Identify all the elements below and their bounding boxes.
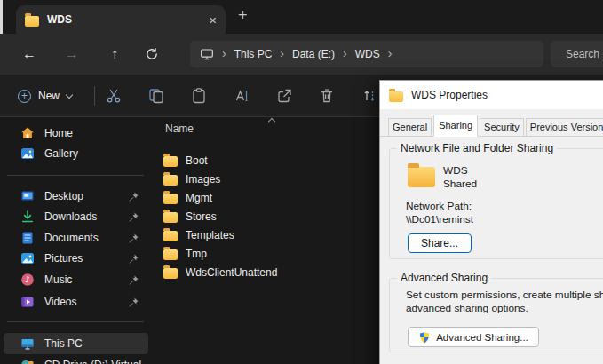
breadcrumb-this-pc[interactable]: This PC: [234, 48, 273, 60]
dialog-title: WDS Properties: [411, 89, 488, 101]
up-button[interactable]: ↑: [102, 46, 127, 62]
home-icon: [20, 126, 35, 140]
breadcrumb-wds[interactable]: WDS: [355, 48, 380, 60]
file-name: Stores: [186, 210, 217, 223]
sort-ascending-icon[interactable]: [268, 118, 275, 125]
sidebar-item-videos[interactable]: Videos: [4, 291, 148, 313]
chevron-right-icon: ›: [343, 47, 347, 61]
pin-icon: [128, 253, 139, 265]
sidebar-item-pictures[interactable]: Pictures: [4, 248, 148, 269]
breadcrumb-data-e[interactable]: Data (E:): [292, 48, 335, 60]
sidebar-item-music[interactable]: ♪ Music: [4, 269, 148, 290]
file-row-templates[interactable]: Templates: [163, 226, 234, 244]
sidebar-item-gallery[interactable]: Gallery: [4, 143, 148, 164]
gallery-icon: [20, 146, 35, 161]
sidebar-item-downloads[interactable]: Downloads: [4, 206, 148, 227]
advanced-sharing-button[interactable]: Advanced Sharing...: [408, 327, 539, 347]
file-name: Mgmt: [186, 192, 212, 204]
file-name: Tmp: [186, 248, 207, 260]
sidebar-item-cd-drive[interactable]: CD Drive (D:) Virtual: [4, 354, 148, 364]
refresh-button[interactable]: [145, 47, 170, 61]
tab-previous-versions[interactable]: Previous Versions: [526, 118, 603, 136]
sidebar-label: Gallery: [44, 147, 78, 160]
pin-icon: [128, 233, 139, 244]
breadcrumb[interactable]: › This PC › Data (E:) › WDS ›: [190, 41, 543, 67]
folder-icon: [408, 167, 435, 187]
cut-button[interactable]: [96, 80, 131, 112]
search-placeholder: Search: [566, 48, 599, 60]
tab-title: WDS: [47, 13, 72, 26]
dialog-title-bar[interactable]: WDS Properties: [380, 81, 603, 109]
share-state: Shared: [443, 178, 477, 191]
chevron-right-icon: ›: [222, 47, 226, 61]
pin-icon: [128, 274, 139, 286]
file-row-stores[interactable]: Stores: [163, 207, 217, 226]
downloads-icon: [20, 210, 35, 224]
tab-security[interactable]: Security: [480, 118, 524, 136]
network-path-label: Network Path:: [406, 200, 472, 213]
chevron-down-icon: [66, 91, 73, 98]
this-pc-icon: [20, 336, 35, 351]
network-path-value: \\Dc01\reminst: [406, 213, 473, 226]
sidebar-label: Home: [44, 127, 73, 139]
rename-button[interactable]: [224, 80, 259, 112]
wds-properties-dialog: WDS Properties General Sharing Security …: [379, 80, 603, 364]
share-dialog-button[interactable]: Share...: [408, 233, 472, 253]
share-button[interactable]: [266, 80, 302, 112]
sidebar-item-documents[interactable]: Documents: [4, 227, 148, 249]
sidebar-label: Documents: [44, 232, 99, 244]
file-row-mgmt[interactable]: Mgmt: [163, 188, 212, 207]
toolbar-divider: [94, 86, 95, 106]
paste-icon: [190, 87, 208, 105]
background-window-edge: [0, 0, 3, 36]
folder-icon: [163, 212, 178, 223]
tab-general[interactable]: General: [388, 118, 432, 136]
network-sharing-group: Network File and Folder Sharing WDS Shar…: [389, 148, 603, 259]
advanced-description-line1: Set custom permissions, create multiple …: [406, 289, 603, 302]
back-button[interactable]: ←: [17, 46, 42, 62]
file-row-tmp[interactable]: Tmp: [163, 244, 207, 263]
explorer-tab[interactable]: WDS ×: [16, 5, 226, 34]
file-row-boot[interactable]: Boot: [163, 151, 208, 170]
paste-button[interactable]: [181, 80, 217, 112]
file-name: Boot: [186, 154, 208, 167]
sidebar-label: Pictures: [44, 252, 83, 265]
advanced-sharing-group: Advanced Sharing Set custom permissions,…: [389, 278, 603, 352]
svg-text:♪: ♪: [25, 274, 30, 284]
sort-icon: [361, 87, 378, 105]
folder-icon: [163, 249, 178, 260]
close-tab-icon[interactable]: ×: [209, 13, 217, 27]
documents-icon: [20, 231, 35, 245]
sidebar-divider: [7, 175, 144, 176]
folder-icon: [163, 175, 178, 186]
column-header-name[interactable]: Name: [165, 123, 194, 135]
forward-button[interactable]: →: [60, 46, 84, 62]
delete-button[interactable]: [309, 80, 345, 112]
plus-circle-icon: +: [18, 90, 31, 103]
sidebar-label: Music: [44, 273, 72, 286]
sidebar-item-desktop[interactable]: Desktop: [4, 186, 148, 207]
sidebar-divider: [7, 321, 144, 322]
this-pc-icon: [200, 47, 214, 61]
music-icon: ♪: [20, 273, 35, 287]
new-tab-button[interactable]: +: [238, 7, 248, 23]
folder-icon: [163, 268, 178, 279]
file-row-wdsclientunattend[interactable]: WdsClientUnattend: [163, 263, 277, 281]
share-icon: [275, 87, 293, 105]
file-row-images[interactable]: Images: [163, 170, 220, 188]
sidebar-label: Videos: [44, 296, 76, 308]
pin-icon: [128, 211, 139, 223]
sidebar-item-home[interactable]: Home: [4, 123, 148, 144]
search-input[interactable]: Search: [551, 41, 603, 67]
folder-icon: [163, 156, 178, 167]
copy-button[interactable]: [139, 80, 174, 112]
pictures-icon: [20, 251, 35, 265]
sidebar-item-this-pc[interactable]: This PC: [4, 333, 148, 354]
folder-icon: [389, 91, 403, 102]
tab-sharing[interactable]: Sharing: [433, 115, 478, 137]
file-name: Templates: [186, 229, 234, 241]
desktop-icon: [20, 189, 35, 203]
chevron-right-icon: ›: [280, 47, 284, 61]
new-button[interactable]: + New: [11, 82, 79, 110]
file-name: Images: [186, 173, 220, 186]
